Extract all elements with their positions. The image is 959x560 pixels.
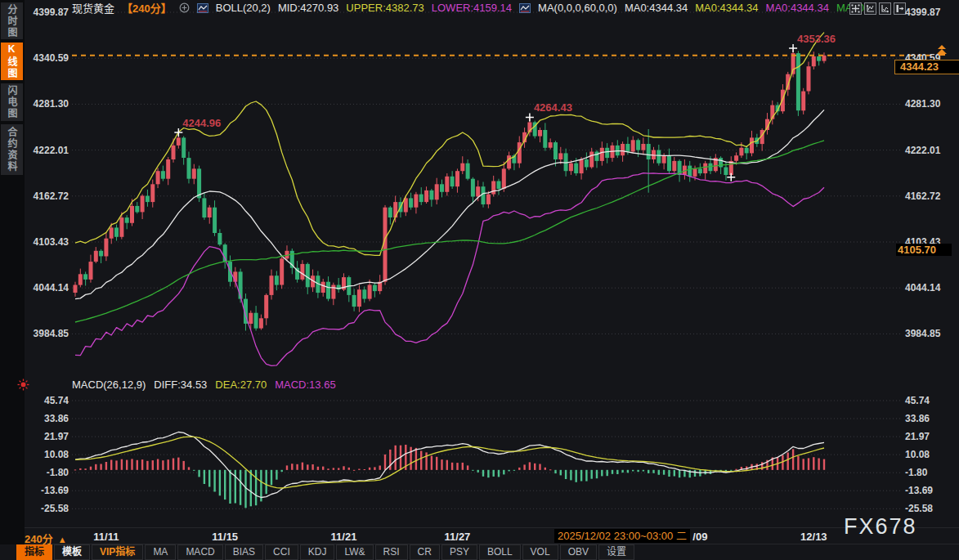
- macd-histogram-bar: [513, 470, 515, 471]
- candle-body: [750, 137, 754, 153]
- candle-body: [801, 92, 805, 111]
- candle-body: [667, 155, 671, 171]
- candle-body: [507, 155, 511, 168]
- macd-histogram-bar: [204, 470, 205, 484]
- candle-body: [388, 208, 392, 217]
- sidebar: 分时图K线图闪电图合约资料: [0, 0, 25, 544]
- macd-tick-left: 10.08: [20, 449, 69, 460]
- macd-histogram-bar: [607, 470, 608, 476]
- candle-body: [574, 164, 578, 173]
- header-indicator-text: UPPER:4382.73: [346, 2, 423, 14]
- macd-alert-icon[interactable]: [17, 379, 29, 391]
- candle-body: [280, 258, 284, 284]
- macd-histogram-bar: [374, 467, 375, 470]
- macd-histogram-bar: [487, 470, 489, 477]
- toolbar-button-设置[interactable]: 设置: [598, 544, 634, 560]
- macd-histogram-bar: [286, 465, 288, 470]
- macd-histogram-bar: [477, 470, 479, 473]
- toolbar-button-MACD[interactable]: MACD: [177, 544, 222, 560]
- toolbar-button-MA[interactable]: MA: [145, 544, 176, 560]
- macd-histogram-bar: [141, 459, 143, 470]
- macd-dea-line: [75, 437, 824, 488]
- macd-histogram-bar: [224, 470, 226, 500]
- chart-plot-area[interactable]: [0, 0, 959, 560]
- y-axis-tick-left: 4162.72: [20, 190, 69, 202]
- x-axis-label: 11/27: [445, 531, 471, 543]
- macd-histogram-bar: [612, 470, 613, 474]
- macd-histogram-bar: [648, 470, 649, 473]
- candle-body: [589, 152, 594, 168]
- macd-histogram-bar: [446, 460, 448, 470]
- candle-body: [703, 164, 707, 173]
- macd-diff-line: [75, 432, 824, 498]
- macd-histogram-bar: [338, 468, 339, 470]
- candle-body: [822, 56, 827, 61]
- macd-histogram-bar: [523, 464, 525, 469]
- toolbar-button-LW&[interactable]: LW&: [336, 544, 373, 560]
- candle-body: [177, 137, 181, 146]
- toolbar-button-模板[interactable]: 模板: [54, 544, 90, 560]
- candle-body: [181, 137, 186, 158]
- toolbar-button-BIAS[interactable]: BIAS: [225, 544, 263, 560]
- toolbar-button-VIP指标[interactable]: VIP指标: [92, 544, 143, 560]
- toolbar-button-CCI[interactable]: CCI: [265, 544, 298, 560]
- chart-tool-icons: [849, 2, 906, 15]
- candle-body: [424, 190, 428, 202]
- toolbar-button-RSI[interactable]: RSI: [375, 544, 408, 560]
- candle-body: [172, 146, 176, 159]
- macd-indicator-text: DEA:27.70: [215, 379, 267, 391]
- right-axis-highlight-label: 4105.70: [896, 244, 952, 256]
- toolbar-button-BOLL[interactable]: BOLL: [479, 544, 521, 560]
- move-icon[interactable]: [849, 2, 862, 15]
- macd-indicator-text: DIFF:34.53: [154, 379, 207, 391]
- macd-histogram-bar: [792, 449, 794, 470]
- candle-body: [119, 217, 123, 237]
- macd-histogram-bar: [271, 470, 272, 486]
- macd-histogram-bar: [84, 468, 86, 470]
- y-axis-tick-right: 4162.72: [905, 190, 956, 202]
- macd-histogram-bar: [674, 470, 675, 477]
- macd-tick-left: -13.69: [20, 485, 69, 496]
- swing-cross-marker: [727, 173, 735, 181]
- macd-histogram-bar: [493, 470, 495, 477]
- macd-histogram-bar: [420, 451, 422, 470]
- toolbar-button-VOL[interactable]: VOL: [522, 544, 558, 560]
- candle-body: [518, 142, 522, 164]
- candle-body: [156, 171, 160, 184]
- candle-body: [130, 206, 134, 223]
- y-axis-tick-left: 3984.85: [20, 328, 69, 339]
- x-axis-label: 11/21: [331, 531, 357, 543]
- macd-tick-right: 45.74: [905, 395, 956, 406]
- jump-to-latest-button[interactable]: [934, 45, 949, 56]
- price-annotation: 4264.43: [534, 101, 572, 114]
- y-axis-scale-icon[interactable]: [864, 2, 876, 15]
- current-price-label: 4344.23: [894, 60, 959, 74]
- macd-histogram-bar: [240, 470, 241, 505]
- toolbar-button-CR[interactable]: CR: [410, 544, 440, 560]
- macd-histogram-bar: [100, 464, 101, 470]
- pan-right-icon[interactable]: [894, 2, 906, 15]
- macd-tick-right: 21.97: [905, 431, 956, 442]
- macd-histogram-bar: [193, 470, 195, 471]
- candle-body: [497, 181, 501, 190]
- macd-tick-right: 10.08: [905, 449, 956, 460]
- x-axis-scale-icon[interactable]: [879, 2, 891, 15]
- y-axis-tick-left: 4340.59: [20, 52, 69, 64]
- candle-body: [270, 276, 274, 295]
- candle-body: [150, 184, 155, 202]
- macd-histogram-bar: [436, 457, 437, 470]
- macd-histogram-bar: [456, 463, 458, 470]
- candle-body: [275, 276, 279, 284]
- y-axis-tick-left: 4044.14: [20, 282, 69, 293]
- toolbar-button-KDJ[interactable]: KDJ: [300, 544, 335, 560]
- toolbar-button-指标[interactable]: 指标: [16, 544, 52, 560]
- trading-terminal-window: 分时图K线图闪电图合约资料 现货黄金【240分】BOLL(20,2)MID:42…: [0, 0, 959, 560]
- header-indicator-text: 现货黄金: [72, 0, 114, 16]
- macd-histogram-bar: [90, 467, 92, 470]
- macd-histogram-bar: [585, 470, 587, 482]
- toolbar-button-OBV[interactable]: OBV: [560, 544, 597, 560]
- plus-circle-icon[interactable]: [179, 2, 190, 13]
- toolbar-button-PSY[interactable]: PSY: [441, 544, 477, 560]
- macd-histogram-bar: [327, 468, 329, 470]
- macd-histogram-bar: [539, 464, 540, 470]
